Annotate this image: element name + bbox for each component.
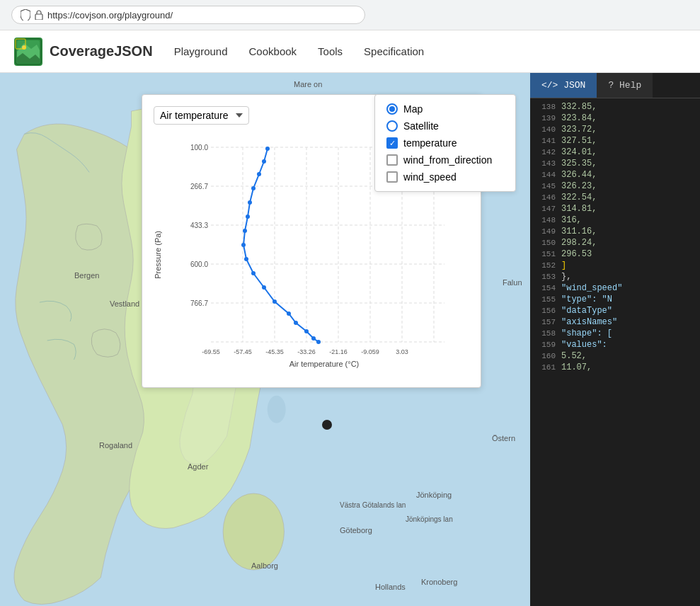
temperature-checkbox[interactable] [386,137,398,149]
json-line-146: 146 322.54, [530,192,700,203]
svg-point-49 [272,299,277,304]
json-value-156: "dataType" [561,306,612,316]
json-line-150: 150 298.24, [530,237,700,248]
nav-header: CoverageJSON Playground Cookbook Tools S… [0,30,700,73]
json-value-144: 326.44, [561,170,597,180]
json-value-153: }, [561,272,571,282]
json-value-160: 5.52, [561,351,587,361]
line-num-138: 138 [536,103,556,111]
svg-text:-33.26: -33.26 [297,348,316,355]
wind-direction-checkbox[interactable] [386,154,398,166]
json-line-147: 147 314.81, [530,203,700,215]
line-num-156: 156 [536,307,556,315]
line-num-157: 157 [536,318,556,326]
browser-bar: https://covjson.org/playground/ [0,0,700,30]
json-value-151: 296.53 [561,249,592,259]
json-line-160: 160 5.52, [530,350,700,362]
map-area[interactable]: Bergen Rogaland Agder Vestland Falun Väs… [0,73,530,606]
wind-speed-checkbox[interactable] [386,171,398,183]
svg-point-41 [251,186,256,190]
json-line-138: 138 332.85, [530,101,700,113]
satellite-radio-item[interactable]: Satellite [386,120,504,132]
svg-point-43 [246,215,250,219]
url-bar[interactable]: https://covjson.org/playground/ [11,6,365,24]
satellite-radio[interactable] [386,120,398,132]
line-num-150: 150 [536,239,556,247]
line-num-144: 144 [536,171,556,179]
satellite-radio-label: Satellite [403,120,439,132]
nav-tools[interactable]: Tools [318,42,343,60]
json-value-143: 325.35, [561,159,597,168]
line-num-153: 153 [536,273,556,281]
svg-point-40 [257,172,261,176]
nav-playground[interactable]: Playground [174,42,228,60]
line-num-151: 151 [536,250,556,258]
help-tab[interactable]: ? Help [597,73,653,98]
nav-links: Playground Cookbook Tools Specification [174,42,425,60]
line-num-161: 161 [536,363,556,372]
json-line-161: 161 11.07, [530,362,700,373]
json-value-154: "wind_speed" [561,283,622,293]
map-radio[interactable] [386,103,398,115]
line-num-147: 147 [536,205,556,213]
svg-text:-45.35: -45.35 [265,348,284,355]
lock-icon [35,10,43,20]
json-value-150: 298.24, [561,238,597,248]
json-line-148: 148 316, [530,215,700,226]
svg-point-42 [248,200,252,205]
json-value-145: 326.23, [561,181,597,191]
svg-point-11 [268,396,286,423]
json-line-141: 141 327.51, [530,135,700,147]
temperature-label: temperature [403,137,457,149]
json-value-149: 311.16, [561,227,597,236]
json-value-140: 323.72, [561,125,597,135]
svg-text:-57.45: -57.45 [234,348,252,355]
logo-icon [14,38,42,66]
json-value-161: 11.07, [561,362,592,372]
json-line-149: 149 311.16, [530,226,700,237]
nav-cookbook[interactable]: Cookbook [249,42,297,60]
line-num-155: 155 [536,295,556,304]
svg-text:3.03: 3.03 [396,348,408,355]
json-tab[interactable]: </> JSON [530,73,597,98]
svg-text:433.3: 433.3 [190,222,208,229]
svg-text:-21.16: -21.16 [329,348,348,355]
svg-point-53 [311,336,316,341]
json-value-139: 323.84, [561,113,597,123]
svg-point-47 [251,271,256,275]
wind-speed-label: wind_speed [403,171,457,183]
json-line-158: 158 "shape": [ [530,328,700,339]
svg-text:600.0: 600.0 [190,261,208,268]
json-line-139: 139 323.84, [530,113,700,124]
line-num-152: 152 [536,261,556,270]
line-num-160: 160 [536,352,556,360]
url-text: https://covjson.org/playground/ [47,10,173,21]
svg-point-39 [262,159,266,164]
svg-text:Air temperature (°C): Air temperature (°C) [289,360,360,368]
map-radio-item[interactable]: Map [386,103,504,115]
svg-point-54 [316,340,321,344]
svg-point-44 [243,229,247,233]
line-num-154: 154 [536,284,556,292]
svg-text:766.7: 766.7 [190,299,208,307]
shield-icon [21,9,30,21]
temperature-checkbox-item[interactable]: temperature [386,137,504,149]
json-line-151: 151 296.53 [530,248,700,260]
line-num-145: 145 [536,182,556,190]
logo-text: CoverageJSON [50,43,153,59]
location-dot [322,420,332,430]
layer-control: Map Satellite temperature wind_from_dire… [374,94,516,192]
json-line-143: 143 325.35, [530,158,700,169]
line-num-139: 139 [536,114,556,122]
svg-point-45 [241,243,246,247]
json-content[interactable]: 138 332.85, 139 323.84, 140 323.72, 141 … [530,98,700,606]
svg-point-38 [265,147,270,151]
wind-speed-checkbox-item[interactable]: wind_speed [386,171,504,183]
line-num-142: 142 [536,148,556,156]
chart-title-select[interactable]: Air temperature [154,106,249,125]
line-num-159: 159 [536,341,556,349]
nav-specification[interactable]: Specification [364,42,424,60]
json-line-157: 157 "axisNames" [530,316,700,328]
wind-direction-checkbox-item[interactable]: wind_from_direction [386,154,504,166]
svg-point-52 [304,329,309,333]
